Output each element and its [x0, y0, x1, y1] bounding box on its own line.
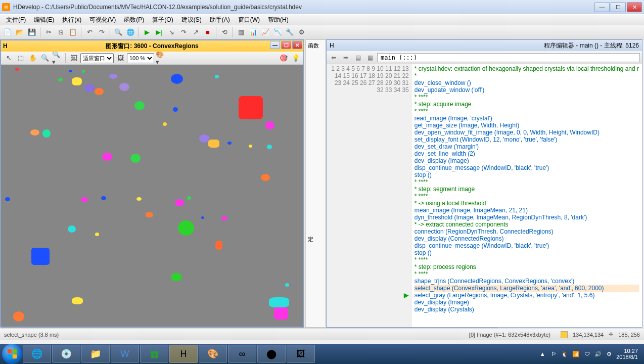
tray-gpu-icon[interactable]: ⚙	[605, 350, 613, 358]
tray-up-icon[interactable]: ▲	[538, 350, 546, 358]
step-into-icon[interactable]: ↘	[166, 27, 177, 38]
graphics-canvas[interactable]	[1, 65, 303, 327]
open-icon[interactable]: 📂	[14, 27, 25, 38]
redo-icon[interactable]: ↷	[96, 27, 107, 38]
program-editor: H 程序编辑器 - main () - 主线程: 5126 ⬅ ➡ ▤ ▦ ma…	[326, 39, 642, 328]
code-content[interactable]: * crystal.hdev: extraction of hexagonall…	[411, 64, 642, 327]
pointer-icon[interactable]: ↖	[3, 53, 14, 64]
task-paint[interactable]: 🎨	[199, 345, 227, 363]
find-icon[interactable]: 🔍	[113, 27, 124, 38]
menu-item[interactable]: 文件(F)	[2, 15, 30, 25]
task-browser[interactable]: 🌐	[23, 345, 51, 363]
reset-icon[interactable]: ⟲	[219, 27, 230, 38]
menu-item[interactable]: 可视化(V)	[85, 15, 120, 25]
new-icon[interactable]: 📄	[2, 27, 13, 38]
menu-item[interactable]: 算子(O)	[148, 15, 177, 25]
region-blob	[72, 77, 82, 85]
graphics-titlebar[interactable]: H 图形窗口: 3600 - ConvexRegions — ☐ ✕	[1, 40, 303, 52]
window-icon[interactable]: ▦	[236, 27, 247, 38]
procedure-name[interactable]: main (:::)	[377, 53, 640, 62]
proc-icon[interactable]: ▦	[365, 53, 375, 63]
hand-icon[interactable]: ✋	[27, 53, 38, 64]
nav-back-icon[interactable]: ⬅	[329, 53, 339, 63]
editor-toolbar: ⬅ ➡ ▤ ▦ main (:::)	[327, 51, 642, 64]
chart3-icon[interactable]: 📉	[272, 27, 283, 38]
fit-select[interactable]: 适应窗口	[80, 53, 114, 63]
task-app1[interactable]: 💿	[52, 345, 80, 363]
menu-item[interactable]: 执行(x)	[58, 15, 85, 25]
region-blob	[208, 140, 219, 148]
image2-icon[interactable]: 🖼	[115, 53, 126, 64]
maximize-button[interactable]: ☐	[611, 2, 626, 12]
tool1-icon[interactable]: 🔧	[284, 27, 295, 38]
menu-item[interactable]: 助手(A)	[206, 15, 234, 25]
menu-item[interactable]: 建议(S)	[177, 15, 206, 25]
task-hdevelop[interactable]: H	[169, 345, 198, 363]
task-app3[interactable]: ⬤	[257, 345, 286, 363]
region-blob	[269, 297, 289, 307]
tray-flag-icon[interactable]: 🏳	[549, 350, 558, 358]
region-blob	[265, 121, 274, 129]
tray-qq-icon[interactable]: 🐧	[561, 350, 569, 358]
step-over-icon[interactable]: ↷	[178, 27, 189, 38]
save-icon[interactable]: 💾	[26, 27, 37, 38]
run-icon[interactable]: ▶	[142, 27, 153, 38]
image-icon[interactable]: 🖼	[68, 53, 79, 64]
cut-icon[interactable]: ✂	[43, 27, 54, 38]
svg-rect-1	[13, 349, 17, 353]
ed-icon: H	[330, 42, 334, 49]
task-explorer[interactable]: 📁	[81, 345, 110, 363]
region-blob	[101, 196, 106, 200]
color-chip	[561, 331, 568, 338]
gw-close[interactable]: ✕	[292, 41, 302, 49]
status-left: select_shape (3.8 ms)	[4, 332, 459, 338]
tray-clock[interactable]: 10:27 2018/8/1	[616, 348, 638, 360]
menu-item[interactable]: 编辑(E)	[30, 15, 58, 25]
main-toolbar: 📄 📂 💾 ✂ ⎘ 📋 ↶ ↷ 🔍 🌐 ▶ ▶| ↘ ↷ ↗ ■ ⟲ ▦ 📊 📈…	[0, 25, 644, 39]
color-icon[interactable]: 🎨▾	[155, 53, 166, 64]
region-blob	[187, 196, 191, 200]
gw-minimize[interactable]: —	[270, 41, 280, 49]
menu-item[interactable]: 窗口(W)	[234, 15, 264, 25]
start-button[interactable]	[2, 344, 22, 364]
task-excel[interactable]: ▦	[140, 345, 168, 363]
zoom-icon[interactable]: 🔍	[39, 53, 51, 64]
task-photos[interactable]: 🖼	[287, 345, 315, 363]
close-button[interactable]: ✕	[627, 2, 642, 12]
stop-icon[interactable]: ■	[202, 27, 213, 38]
select-icon[interactable]: ⬚	[15, 53, 26, 64]
task-word[interactable]: W	[111, 345, 139, 363]
region-blob	[171, 273, 182, 281]
tool2-icon[interactable]: ⚙	[296, 27, 307, 38]
region-blob	[249, 145, 252, 148]
undo-icon[interactable]: ↶	[84, 27, 95, 38]
menu-item[interactable]: 帮助(H)	[264, 15, 293, 25]
step-icon[interactable]: ▶|	[154, 27, 165, 38]
tray-shield-icon[interactable]: 🛡	[583, 350, 591, 358]
target-icon[interactable]: 🎯	[278, 53, 289, 64]
region-blob	[84, 84, 95, 92]
gw-maximize[interactable]: ☐	[281, 41, 291, 49]
globe-icon[interactable]: 🌐	[125, 27, 136, 38]
nav-list-icon[interactable]: ▤	[353, 53, 363, 63]
zoom-dropdown-icon[interactable]: 🔍▾	[52, 53, 63, 64]
minimize-button[interactable]: —	[594, 2, 610, 12]
status-coords: 185, 256	[618, 332, 640, 338]
step-out-icon[interactable]: ↗	[190, 27, 201, 38]
bulb-icon[interactable]: 💡	[290, 53, 301, 64]
region-blob	[171, 74, 183, 84]
task-app2[interactable]: ∞	[228, 345, 256, 363]
editor-titlebar[interactable]: H 程序编辑器 - main () - 主线程: 5126	[327, 40, 642, 51]
tray-vol-icon[interactable]: 🔊	[594, 350, 602, 358]
paste-icon[interactable]: 📋	[67, 27, 78, 38]
side-panel: 函数 定	[305, 39, 326, 328]
chart2-icon[interactable]: 📈	[260, 27, 271, 38]
copy-icon[interactable]: ⎘	[55, 27, 66, 38]
zoom-select[interactable]: 100 %	[127, 53, 154, 63]
region-blob	[5, 197, 10, 201]
menu-item[interactable]: 函数(P)	[120, 15, 148, 25]
code-area[interactable]: 1 2 3 4 5 6 7 8 9 10 11 12 13 14 15 16 1…	[327, 64, 642, 327]
chart1-icon[interactable]: 📊	[248, 27, 259, 38]
tray-net-icon[interactable]: 📶	[572, 350, 580, 358]
nav-fwd-icon[interactable]: ➡	[341, 53, 351, 63]
